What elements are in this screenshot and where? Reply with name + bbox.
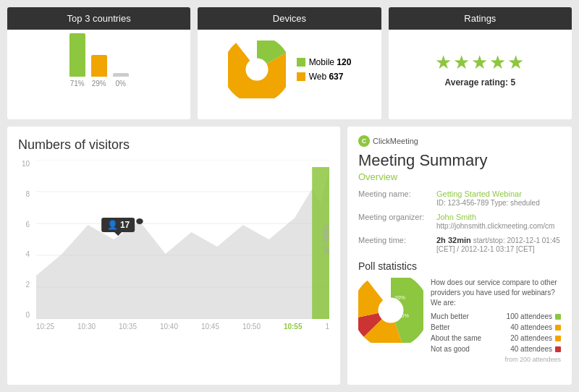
poll-item-label-2: Better (431, 323, 507, 331)
svg-text:20%: 20% (394, 294, 405, 301)
bar-2 (91, 55, 107, 77)
poll-item-label-1: Much better (431, 312, 504, 320)
organizer-label: Meeting organizer: (358, 213, 431, 230)
mobile-legend-item: Mobile 120 (297, 57, 352, 67)
devices-body: Mobile 120 Web 637 (198, 30, 381, 109)
cm-name: ClickMeeting (373, 137, 418, 145)
countries-card: Top 3 countries 71% 29% 0% (7, 7, 190, 119)
info-row-time: Meeting time: 2h 32min start/stop: 2012-… (358, 236, 561, 253)
poll-section: Poll statistics 50% 20% 10% (358, 260, 561, 363)
top-row: Top 3 countries 71% 29% 0% (7, 7, 572, 119)
x-label-1040: 10:40 (160, 323, 178, 331)
devices-legend: Mobile 120 Web 637 (297, 57, 352, 82)
meeting-duration: 2h 32min (436, 236, 471, 244)
x-label-1055: 10:55 (284, 323, 303, 331)
poll-pie-chart: 50% 20% 10% (358, 278, 423, 343)
y-label-10: 10 (22, 160, 30, 168)
bar-label-3: 0% (115, 80, 125, 88)
poll-question: How does our service compare to other pr… (431, 278, 561, 308)
poll-color-dot-3 (555, 336, 561, 341)
x-label-1030: 10:30 (77, 323, 96, 331)
mobile-label: Mobile 120 (309, 57, 352, 67)
bar-group-2: 29% (91, 55, 107, 88)
poll-color-dot-1 (555, 314, 561, 320)
poll-item-4: Not as good 40 attendees (431, 345, 561, 353)
organizer-link[interactable]: John Smith (436, 213, 554, 221)
poll-legend: How does our service compare to other pr… (431, 278, 561, 363)
countries-chart: 71% 29% 0% (14, 37, 183, 88)
poll-color-dot-2 (555, 325, 561, 331)
poll-item-count-4: 40 attendees (510, 345, 552, 353)
organizer-sub: http://johnsmith.clickmeeting.com/cm (436, 222, 554, 230)
meeting-name-sub: ID: 123-456-789 Type: sheduled (436, 199, 540, 207)
x-label-1: 1 (325, 323, 329, 331)
ratings-body: ★★★★★ Average rating: 5 (389, 30, 572, 109)
organizer-value: John Smith http://johnsmith.clickmeeting… (436, 213, 554, 230)
x-label-1050: 10:50 (242, 323, 261, 331)
ratings-stars: ★★★★★ (435, 51, 525, 74)
countries-body: 71% 29% 0% (7, 30, 190, 95)
x-label-1025: 10:25 (36, 323, 54, 331)
chart-content: 👤 17 lobby off (36, 160, 329, 319)
poll-item-count-2: 40 attendees (510, 323, 552, 331)
mobile-color (297, 58, 305, 67)
poll-item-3: About the same 20 attendees (431, 334, 561, 342)
bar-3 (113, 73, 129, 77)
poll-item-label-3: About the same (431, 334, 507, 342)
time-label: Meeting time: (358, 236, 431, 253)
meeting-name-value: Getting Started Webinar ID: 123-456-789 … (436, 189, 540, 207)
x-label-1035: 10:35 (119, 323, 137, 331)
svg-point-11 (136, 218, 143, 224)
time-value: 2h 32min start/stop: 2012-12-1 01:45 [CE… (436, 236, 561, 253)
svg-marker-9 (36, 167, 329, 319)
poll-item-1: Much better 100 attendees (431, 312, 561, 320)
main-container: Top 3 countries 71% 29% 0% (0, 0, 579, 392)
x-axis: 10:25 10:30 10:35 10:40 10:45 10:50 10:5… (36, 319, 329, 333)
svg-text:50%: 50% (380, 308, 393, 315)
poll-item-count-3: 20 attendees (510, 334, 552, 342)
visitors-title: Numbers of visitors (18, 137, 329, 153)
bar-label-1: 71% (70, 80, 85, 88)
bottom-row: Numbers of visitors 10 8 6 4 2 0 (7, 127, 572, 385)
meeting-title: Meeting Summary (358, 151, 561, 170)
web-legend-item: Web 637 (297, 72, 352, 82)
svg-text:10%: 10% (398, 312, 409, 319)
y-label-8: 8 (25, 190, 30, 198)
web-color (297, 72, 305, 81)
info-row-name: Meeting name: Getting Started Webinar ID… (358, 189, 561, 207)
visitor-tooltip: 👤 17 (102, 218, 135, 232)
web-label: Web 637 (309, 72, 344, 82)
devices-card: Devices Mobile 120 Web 637 (198, 7, 381, 119)
countries-header: Top 3 countries (7, 7, 190, 30)
poll-item-count-1: 100 attendees (507, 312, 552, 320)
cm-logo: C ClickMeeting (358, 135, 561, 147)
ratings-header: Ratings (389, 7, 572, 30)
y-label-0: 0 (25, 311, 30, 319)
meeting-name-link[interactable]: Getting Started Webinar (436, 189, 540, 198)
devices-header: Devices (198, 7, 381, 30)
y-label-6: 6 (25, 221, 30, 229)
bar-1 (69, 33, 85, 77)
bar-label-2: 29% (92, 80, 106, 88)
poll-color-dot-4 (555, 346, 561, 352)
x-label-1045: 10:45 (201, 323, 219, 331)
bar-group-3: 0% (113, 73, 129, 88)
bar-group-1: 71% (69, 33, 85, 88)
poll-item-2: Better 40 attendees (431, 323, 561, 331)
poll-footer: from 200 attendees (431, 356, 561, 363)
area-chart-svg (36, 160, 329, 319)
y-label-2: 2 (25, 281, 30, 289)
tooltip-icon: 👤 (107, 220, 118, 230)
y-axis: 10 8 6 4 2 0 (18, 160, 33, 319)
average-rating: Average rating: 5 (445, 77, 516, 88)
poll-body: 50% 20% 10% How does our service compare… (358, 278, 561, 363)
poll-title: Poll statistics (358, 260, 561, 272)
chart-area: 10 8 6 4 2 0 (18, 160, 329, 333)
meeting-card: C ClickMeeting Meeting Summary Overview … (347, 127, 572, 385)
poll-item-label-4: Not as good (431, 345, 507, 353)
tooltip-value: 17 (120, 220, 130, 230)
svg-point-2 (247, 60, 266, 80)
meeting-name-label: Meeting name: (358, 189, 431, 207)
devices-pie-chart (228, 41, 286, 98)
lobby-label: lobby off (323, 226, 331, 253)
